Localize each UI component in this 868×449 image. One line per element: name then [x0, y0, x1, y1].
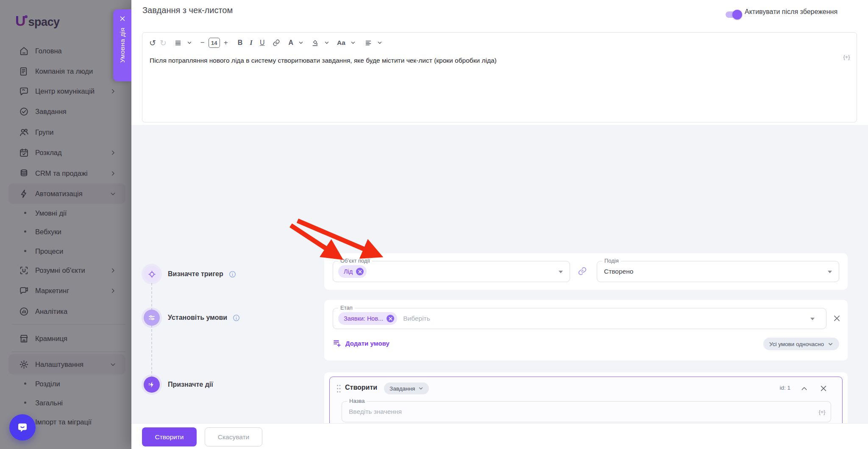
add-condition-button[interactable]: Додати умову: [333, 339, 389, 347]
step-connector-line: [151, 283, 152, 378]
chat-launcher-button[interactable]: [9, 414, 36, 441]
task-name-label: Назва: [347, 398, 367, 404]
activate-toggle[interactable]: [726, 11, 741, 18]
logic-selector-label: Усі умови одночасно: [769, 341, 824, 347]
conditions-panel: Етап Заявки: Нов... Виберіть Додати умов…: [324, 300, 848, 360]
app-root: U spacy ГоловнаКомпанія та людиЦентр ком…: [0, 0, 868, 449]
drawer-footer: Створити Скасувати: [131, 423, 868, 449]
event-label: Подія: [602, 258, 621, 264]
event-value: Створено: [604, 268, 633, 275]
drawer-tab-label: Умовна дія: [119, 28, 126, 63]
actions-step-icon: [144, 377, 160, 393]
sidebar: U spacy ГоловнаКомпанія та людиЦентр ком…: [0, 0, 131, 449]
font-size-value[interactable]: 14: [209, 38, 220, 48]
highlight-color-button[interactable]: [311, 37, 319, 49]
info-icon[interactable]: [232, 314, 240, 322]
event-object-label: Об'єкт події: [338, 258, 372, 264]
conditional-action-drawer: Завдання з чек-листом Активувати після з…: [131, 0, 868, 449]
editor-toolbar: ↺ ↻ − 14 + B I U A: [149, 37, 387, 49]
chevron-down-icon[interactable]: [324, 40, 329, 45]
close-icon[interactable]: [119, 15, 126, 22]
event-field[interactable]: Подія Створено: [597, 261, 839, 282]
text-case-button[interactable]: Aa: [337, 37, 345, 49]
select-placeholder: Виберіть: [403, 315, 430, 322]
line-spacing-button[interactable]: [175, 37, 182, 49]
chevron-down-icon[interactable]: [377, 40, 382, 45]
align-button[interactable]: [365, 37, 372, 49]
step-conditions-label: Установіть умови: [168, 314, 227, 322]
remove-condition-icon[interactable]: [832, 314, 841, 323]
link-fields-icon[interactable]: [578, 266, 587, 276]
step-trigger-label: Визначте тригер: [168, 270, 223, 278]
task-name-field[interactable]: Назва Введіть значення {+}: [342, 401, 831, 422]
chat-bubble-icon: [16, 421, 29, 434]
toggle-knob: [732, 10, 742, 19]
stage-field[interactable]: Етап Заявки: Нов... Виберіть: [333, 308, 826, 329]
insert-variable-button[interactable]: {+}: [843, 54, 850, 60]
drag-handle-icon[interactable]: [336, 384, 342, 394]
create-button[interactable]: Створити: [142, 427, 197, 446]
cancel-button[interactable]: Скасувати: [205, 427, 262, 446]
chevron-down-icon[interactable]: [351, 40, 356, 45]
chip-label: Лід: [344, 268, 353, 275]
info-icon[interactable]: [228, 270, 236, 278]
increase-font-button[interactable]: +: [224, 37, 228, 49]
decrease-font-button[interactable]: −: [200, 37, 205, 49]
trigger-step-icon: [144, 266, 160, 282]
drawer-tab-conditional-action[interactable]: Умовна дія: [113, 9, 131, 81]
step-actions: Призначте дії: [144, 377, 213, 393]
italic-button[interactable]: I: [250, 37, 253, 49]
action-verb-label: Створити: [345, 384, 377, 391]
description-editor[interactable]: ↺ ↻ − 14 + B I U A: [142, 32, 857, 122]
insert-variable-button[interactable]: {+}: [819, 409, 825, 415]
entity-label: Завдання: [389, 385, 415, 392]
event-object-field[interactable]: Об'єкт події Лід: [333, 261, 570, 282]
step-actions-label: Призначте дії: [168, 381, 213, 388]
text-color-button[interactable]: A: [288, 37, 293, 49]
trigger-panel: Об'єкт події Лід Подія Створено: [324, 253, 848, 290]
undo-button[interactable]: ↺: [149, 37, 156, 49]
activate-toggle-label: Активувати після збереження: [745, 8, 837, 16]
remove-action-icon[interactable]: [819, 384, 828, 393]
conditions-logic-selector[interactable]: Усі умови одночасно: [763, 338, 839, 350]
collapse-card-icon[interactable]: [800, 385, 808, 393]
step-conditions: Установіть умови: [144, 310, 240, 326]
underline-button[interactable]: U: [260, 37, 265, 49]
insert-link-button[interactable]: [273, 37, 280, 49]
stage-label: Етап: [338, 305, 355, 311]
bold-button[interactable]: B: [238, 37, 243, 49]
action-id-badge: id: 1: [779, 385, 790, 391]
dropdown-caret-icon[interactable]: [828, 271, 832, 273]
chevron-down-icon[interactable]: [187, 40, 192, 45]
conditions-step-icon: [144, 310, 160, 326]
dropdown-caret-icon[interactable]: [810, 318, 815, 320]
entity-selector[interactable]: Завдання: [384, 382, 429, 394]
step-trigger: Визначте тригер: [144, 266, 236, 282]
redo-button[interactable]: ↻: [160, 37, 167, 49]
modal-backdrop[interactable]: [0, 0, 131, 449]
remove-chip-icon[interactable]: [356, 268, 364, 275]
form-band: Визначте тригер Установіть умови Призн: [131, 125, 868, 423]
selected-object-chip: Лід: [338, 265, 367, 278]
selected-stage-chip: Заявки: Нов...: [338, 312, 397, 325]
chevron-down-icon[interactable]: [298, 40, 303, 45]
page-title: Завдання з чек-листом: [142, 6, 233, 15]
dropdown-caret-icon[interactable]: [559, 271, 563, 273]
chip-label: Заявки: Нов...: [344, 315, 383, 322]
remove-chip-icon[interactable]: [387, 315, 394, 322]
task-name-placeholder: Введіть значення: [349, 408, 402, 416]
editor-text[interactable]: Після потрапляння нового ліда в систему …: [150, 56, 823, 65]
add-condition-label: Додати умову: [345, 340, 389, 347]
